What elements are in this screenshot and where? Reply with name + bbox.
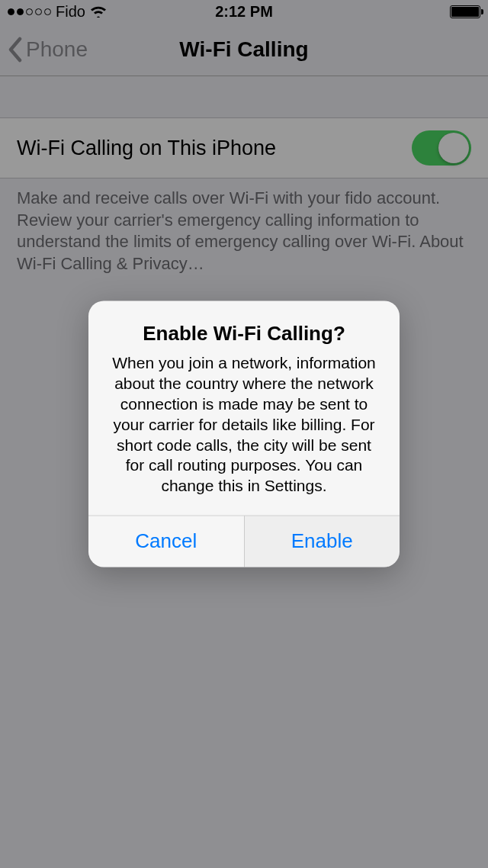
alert-buttons: Cancel Enable <box>88 516 400 567</box>
settings-screen: Fido 2:12 PM Phone Wi-Fi Calling Wi-Fi C… <box>0 0 488 868</box>
alert-title: Enable Wi-Fi Calling? <box>105 322 383 346</box>
enable-wifi-calling-alert: Enable Wi-Fi Calling? When you join a ne… <box>88 301 400 567</box>
alert-body: Enable Wi-Fi Calling? When you join a ne… <box>88 301 400 515</box>
alert-message: When you join a network, information abo… <box>105 353 383 497</box>
enable-button[interactable]: Enable <box>244 516 400 567</box>
cancel-button[interactable]: Cancel <box>88 516 244 567</box>
